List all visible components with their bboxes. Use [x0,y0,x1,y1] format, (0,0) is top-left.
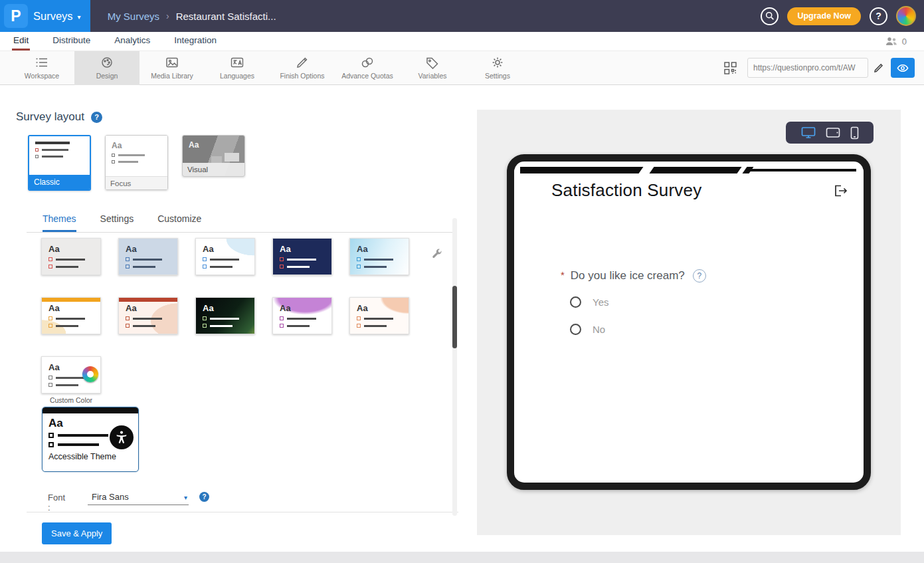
tab-theme-settings[interactable]: Settings [100,213,134,232]
device-desktop-button[interactable] [801,126,816,139]
tab-integration[interactable]: Integration [173,32,218,51]
breadcrumb: My Surveys › Restaurant Satisfacti... [108,11,276,22]
search-button[interactable] [761,7,779,25]
people-icon [885,37,898,47]
custom-color-label: Custom Color [41,396,101,404]
design-icon [100,56,114,69]
survey-layout-help-icon[interactable]: ? [91,112,102,123]
chevron-down-icon: ▾ [78,13,81,21]
search-icon [765,11,775,21]
exit-survey-button[interactable] [833,184,848,197]
required-mark: * [561,269,565,281]
tab-customize[interactable]: Customize [157,213,201,232]
radio-no[interactable] [570,324,581,335]
accessible-theme-card[interactable]: Aa Accessible Theme [42,407,139,472]
theme-grid: AaAaAaAaAaAaAaAaAaAa Aa Custom Color [41,238,413,404]
device-tablet-button[interactable] [826,127,840,138]
customize-theme-wrench-button[interactable] [431,248,443,263]
save-apply-button[interactable]: Save & Apply [42,522,112,544]
tab-analytics[interactable]: Analytics [113,32,151,51]
toolbar-item-media-library[interactable]: Media Library [139,51,205,85]
answer-option-yes[interactable]: Yes [570,296,608,308]
tab-distribute[interactable]: Distribute [51,32,92,51]
left-panel: Survey layout ? Classic Aa Focus Aa [0,85,477,552]
font-value: Fira Sans [92,492,129,502]
tab-themes[interactable]: Themes [43,213,76,232]
toolbar-item-workspace[interactable]: Workspace [9,51,74,85]
design-toolbar: Workspace Design Media Library Languages… [0,51,924,85]
workspace-icon [35,56,49,69]
theme-card-2[interactable]: Aa [118,238,178,275]
wrench-icon [431,248,443,260]
top-bar: P Surveys ▾ My Surveys › Restaurant Sati… [0,0,924,32]
answer-option-no[interactable]: No [570,324,605,335]
collaborators-button[interactable]: 0 [885,32,907,51]
accessible-theme-topbar [43,407,138,413]
theme-card-10[interactable]: Aa [349,297,409,334]
toolbar-item-finish-options[interactable]: Finish Options [270,51,335,85]
focus-label: Focus [106,176,167,189]
qr-code-icon [724,62,737,74]
tab-edit[interactable]: Edit [12,32,30,51]
theme-card-8[interactable]: Aa [195,297,255,334]
advance-quotas-icon [360,56,375,69]
device-toggle-group [786,122,874,144]
theme-settings-tabs: Themes Settings Customize [43,213,201,232]
question-row: * Do you like ice cream? ? [561,269,706,282]
breadcrumb-my-surveys[interactable]: My Surveys [108,11,159,22]
color-wheel-icon [82,366,98,382]
breadcrumb-separator: › [166,11,169,21]
media-library-icon [165,56,179,69]
variables-icon [425,56,440,69]
question-help-icon[interactable]: ? [693,269,706,282]
mobile-icon [850,126,859,140]
edit-url-button[interactable] [874,62,884,73]
layout-option-visual[interactable]: Aa Visual [182,135,245,177]
device-frame: Satisfaction Survey * Do you like ice cr… [507,154,871,490]
custom-color-thumbnail: Aa [41,356,101,394]
toolbar-item-settings[interactable]: Settings [465,51,530,85]
panel-divider [27,512,458,512]
toolbar-item-design[interactable]: Design [74,51,139,85]
preview-panel: Satisfaction Survey * Do you like ice cr… [477,110,901,535]
breadcrumb-current-survey: Restaurant Satisfacti... [176,11,276,22]
upgrade-now-button[interactable]: Upgrade Now [787,7,861,25]
product-menu[interactable]: P Surveys ▾ [0,0,90,32]
accessibility-icon [110,425,134,449]
font-dropdown[interactable]: Fira Sans ▾ [88,491,189,505]
toolbar-item-languages[interactable]: Languages [205,51,270,85]
tablet-icon [826,127,840,138]
tabs-divider [27,232,457,233]
theme-card-5[interactable]: Aa [349,238,409,275]
theme-card-9[interactable]: Aa [272,297,332,334]
radio-yes[interactable] [570,296,581,308]
scrollbar-thumb[interactable] [452,286,457,348]
font-caret-icon: ▾ [184,494,187,501]
focus-thumbnail: Aa [106,136,167,176]
toolbar-item-variables[interactable]: Variables [400,51,465,85]
theme-card-4[interactable]: Aa [272,238,332,275]
survey-url-field[interactable]: https://questionpro.com/t/AW [747,58,868,78]
eye-icon [897,64,909,72]
questionpro-logo: P [4,4,28,28]
theme-card-7[interactable]: Aa [118,297,178,334]
survey-progress-bar [520,167,858,173]
collaborator-count: 0 [902,37,907,47]
qr-code-button[interactable] [724,62,737,74]
toolbar-item-advance-quotas[interactable]: Advance Quotas [335,51,400,85]
avatar[interactable] [896,6,916,26]
theme-card-6[interactable]: Aa [41,297,101,334]
font-help-icon[interactable]: ? [199,492,209,502]
layout-option-focus[interactable]: Aa Focus [105,135,168,190]
languages-icon [230,56,244,69]
custom-color-card[interactable]: Aa Custom Color [41,356,101,404]
theme-card-1[interactable]: Aa [41,238,101,275]
preview-button[interactable] [891,58,915,78]
device-mobile-button[interactable] [850,126,859,140]
finish-options-icon [295,56,310,69]
product-menu-label: Surveys [33,10,73,23]
scrollbar-track[interactable] [452,218,457,516]
theme-card-3[interactable]: Aa [195,238,255,275]
help-button[interactable]: ? [870,7,887,25]
layout-option-classic[interactable]: Classic [28,135,91,191]
